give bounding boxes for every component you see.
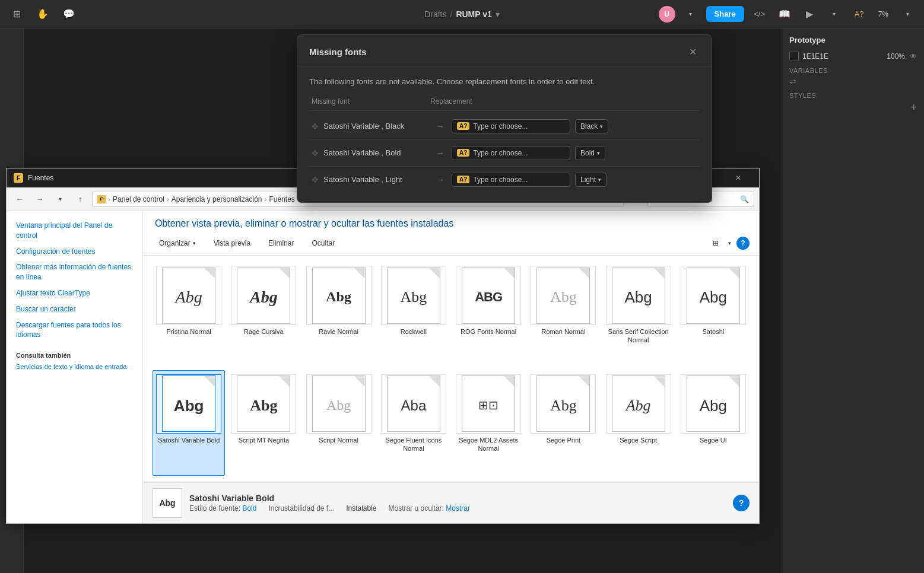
- ocultar-button[interactable]: Ocultar: [306, 236, 342, 250]
- path-sep-1: ›: [108, 195, 110, 203]
- win-sidebar: Ventana principal del Panel de control C…: [7, 211, 143, 523]
- file-dropdown-icon[interactable]: ▾: [496, 9, 500, 19]
- font-tile-rockwell[interactable]: Abg Rockwell: [377, 262, 450, 368]
- drag-icon-2: ✥: [312, 175, 319, 184]
- dialog-close-button[interactable]: ✕: [685, 44, 700, 59]
- font-style-label-0: Black: [580, 122, 598, 130]
- font-tile-segoe-ui[interactable]: Abg Segoe UI: [677, 370, 750, 476]
- embed-label-text: Incrustabilidad de f...: [268, 504, 334, 512]
- win-statusbar: Abg Satoshi Variable Bold Estilo de fuen…: [143, 482, 759, 523]
- sliders-icon[interactable]: ⇌: [789, 77, 796, 86]
- font-placeholder-0: Type or choose...: [473, 122, 528, 130]
- font-tile-pristina[interactable]: Abg Pristina Normal: [153, 262, 225, 368]
- doc-icon-segoe-script: Abg: [612, 375, 665, 432]
- font-tile-segoe-mdl2[interactable]: ⊞⊡ Segoe MDL2 Assets Normal: [452, 370, 525, 476]
- font-replacement-btn-2[interactable]: A? Type or choose...: [452, 173, 570, 187]
- font-tile-ravie[interactable]: Abg Ravie Normal: [303, 262, 375, 368]
- book-icon[interactable]: 📖: [775, 5, 794, 24]
- sidebar-link-0[interactable]: Ventana principal del Panel de control: [16, 221, 133, 241]
- sidebar-also-link-0[interactable]: Servicios de texto y idioma de entrada: [16, 362, 133, 371]
- font-tile-preview-segoe-fluent: Aba: [381, 374, 446, 434]
- nav-back-button[interactable]: ←: [11, 191, 28, 208]
- nav-recent-button[interactable]: ▾: [52, 191, 68, 208]
- font-tile-segoe-print[interactable]: Abg Segoe Print: [527, 370, 599, 476]
- win-close-button[interactable]: ✕: [725, 168, 752, 187]
- font-tile-name-rage: Rage Cursiva: [244, 327, 284, 336]
- font-tile-preview-segoe-print: Abg: [531, 374, 596, 434]
- font-tile-rog[interactable]: ABG ROG Fonts Normal: [452, 262, 525, 368]
- comment-icon[interactable]: 💬: [59, 5, 78, 24]
- color-swatch[interactable]: [789, 52, 799, 61]
- font-tile-preview-script-mt: Abg: [231, 374, 296, 434]
- doc-icon-rage: Abg: [237, 268, 290, 324]
- topbar-right: U ▾ Share </> 📖 ▶ ▾ A? 7% ▾: [659, 5, 917, 24]
- font-tile-name-segoe-script: Segoe Script: [620, 436, 657, 444]
- font-placeholder-1: Type or choose...: [473, 149, 528, 157]
- font-tile-name-segoe-fluent: Segoe Fluent Icons Normal: [380, 436, 447, 453]
- zoom-dropdown[interactable]: ▾: [898, 5, 917, 24]
- dialog-body: The following fonts are not available. C…: [297, 66, 712, 202]
- font-style-btn-0[interactable]: Black ▾: [575, 119, 608, 133]
- play-icon[interactable]: ▶: [800, 5, 819, 24]
- view-grid-button[interactable]: ⊞: [709, 236, 723, 250]
- font-style-btn-2[interactable]: Light ▾: [575, 173, 607, 187]
- eye-icon[interactable]: 👁: [910, 52, 917, 61]
- style-value[interactable]: Bold: [242, 504, 256, 512]
- share-button[interactable]: Share: [706, 6, 744, 22]
- font-tile-preview-roman: Abg: [531, 266, 596, 325]
- nav-forward-button[interactable]: →: [31, 191, 48, 208]
- font-tile-satoshi-variable-bold[interactable]: Abg Satoshi Variable Bold: [153, 370, 225, 476]
- font-tile-segoe-fluent[interactable]: Aba Segoe Fluent Icons Normal: [377, 370, 450, 476]
- sidebar-link-2[interactable]: Obtener más información de fuentes en lí…: [16, 262, 133, 282]
- status-help-button[interactable]: ?: [733, 495, 750, 511]
- organizar-button[interactable]: Organizar ▾: [153, 236, 202, 250]
- sidebar-link-4[interactable]: Buscar un carácter: [16, 304, 133, 314]
- sidebar-link-3[interactable]: Ajustar texto ClearType: [16, 288, 133, 298]
- show-value[interactable]: Mostrar: [446, 504, 470, 512]
- font-tile-name-sans-serif-collection: Sans Serif Collection Normal: [605, 327, 672, 345]
- avatar[interactable]: U: [659, 6, 675, 23]
- code-icon[interactable]: </>: [750, 5, 769, 24]
- font-tile-name-pristina: Pristina Normal: [167, 327, 211, 336]
- grid-icon[interactable]: ⊞: [7, 5, 26, 24]
- font-tile-script-normal[interactable]: Abg Script Normal: [303, 370, 375, 476]
- font-tile-segoe-script[interactable]: Abg Segoe Script: [602, 370, 675, 476]
- eliminar-button[interactable]: Eliminar: [262, 236, 300, 250]
- help-button[interactable]: ?: [736, 237, 750, 250]
- font-tile-roman[interactable]: Abg Roman Normal: [527, 262, 599, 368]
- avatar-dropdown-icon[interactable]: ▾: [681, 5, 700, 24]
- font-a-badge-0: A?: [457, 122, 469, 130]
- style-label-text: Estilo de fuente:: [189, 504, 240, 512]
- add-style-icon[interactable]: +: [910, 101, 917, 114]
- status-preview-text: Abg: [159, 498, 175, 508]
- font-style-btn-1[interactable]: Bold ▾: [575, 146, 605, 160]
- font-tile-satoshi[interactable]: Abg Satoshi: [677, 262, 750, 368]
- font-replacement-btn-1[interactable]: A? Type or choose...: [452, 146, 570, 160]
- font-tile-name-roman: Roman Normal: [541, 327, 585, 336]
- font-row-0: ✥ Satoshi Variable , Black → A? Type or …: [309, 113, 700, 140]
- font-tile-sans-serif-collection[interactable]: Abg Sans Serif Collection Normal: [602, 262, 675, 368]
- font-tile-preview-segoe-ui: Abg: [681, 374, 746, 434]
- sidebar-link-1[interactable]: Configuración de fuentes: [16, 247, 133, 257]
- text-style-icon[interactable]: A?: [850, 5, 869, 24]
- doc-icon-rockwell: Abg: [387, 268, 440, 324]
- drag-icon-1: ✥: [312, 148, 319, 158]
- right-panel: Prototype 1E1E1E 100% 👁 variables ⇌ styl…: [782, 28, 924, 573]
- sidebar-link-5[interactable]: Descargar fuentes para todos los idiomas: [16, 320, 133, 340]
- font-tile-script-mt[interactable]: Abg Script MT Negrita: [227, 370, 300, 476]
- hand-icon[interactable]: ✋: [33, 5, 52, 24]
- col-missing-label: Missing font: [312, 97, 430, 106]
- right-panel-title: Prototype: [789, 36, 917, 44]
- vista-previa-button[interactable]: Vista previa: [207, 236, 257, 250]
- font-tile-name-rog: ROG Fonts Normal: [461, 327, 516, 336]
- path-sep-3: ›: [265, 195, 267, 203]
- font-tile-rage[interactable]: Abg Rage Cursiva: [227, 262, 300, 368]
- embed-label: Incrustabilidad de f...: [268, 504, 334, 512]
- font-replacement-btn-0[interactable]: A? Type or choose...: [452, 119, 570, 133]
- font-arrow-1: →: [436, 148, 444, 158]
- view-dropdown-button[interactable]: ▾: [725, 237, 734, 249]
- play-dropdown[interactable]: ▾: [825, 5, 844, 24]
- nav-up-button[interactable]: ↑: [72, 191, 88, 208]
- zoom-level[interactable]: 7%: [875, 5, 892, 24]
- font-name-2: Satoshi Variable , Light: [323, 175, 436, 184]
